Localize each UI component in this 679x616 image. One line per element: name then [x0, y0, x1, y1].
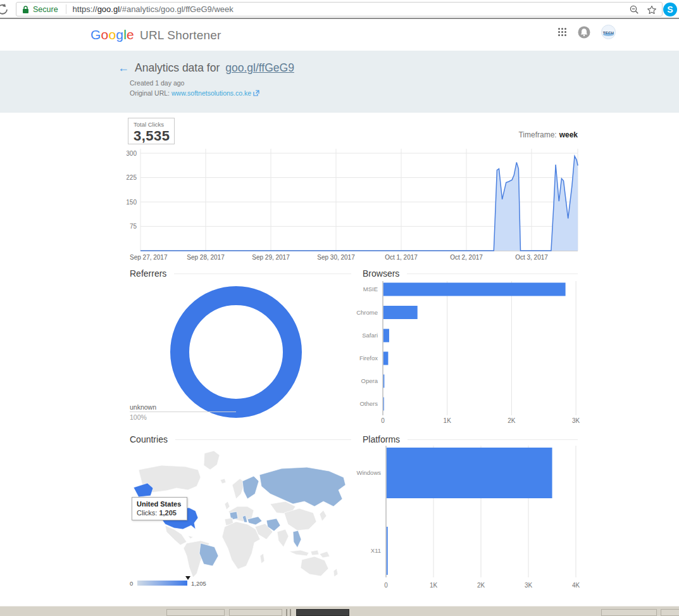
browser-chrome: Secure https://goo.gl/#analytics/goo.gl/… [0, 0, 679, 19]
google-url-shortener-logo: Google URL Shortener [90, 27, 221, 42]
map-brazil [199, 543, 218, 566]
svg-text:Opera: Opera [361, 377, 378, 384]
original-url-row: Original URL: www.softnetsolutions.co.ke [130, 89, 259, 97]
svg-text:Oct 3, 2017: Oct 3, 2017 [515, 254, 548, 261]
taskbar-separator [290, 609, 291, 616]
total-clicks-value: 3,535 [134, 128, 174, 144]
svg-text:MSIE: MSIE [363, 286, 378, 292]
svg-text:75: 75 [130, 223, 137, 230]
svg-text:2K: 2K [508, 417, 516, 424]
url-scheme: https:// [73, 4, 97, 14]
map-legend-min: 0 [130, 580, 133, 587]
taskbar-active-window-button[interactable] [296, 609, 349, 616]
svg-text:0: 0 [384, 582, 388, 589]
referrers-donut-chart [161, 280, 311, 425]
map-vietnam [293, 531, 301, 548]
countries-section-title: Countries [130, 434, 351, 444]
svg-text:2K: 2K [477, 582, 485, 589]
map-russia [259, 467, 346, 506]
reload-icon[interactable] [0, 4, 9, 15]
page-title: ← Analytics data for goo.gl/ffGeG9 [118, 61, 294, 75]
bookmark-star-icon[interactable] [647, 5, 657, 15]
browsers-bar-chart: 01K2K3KMSIEChromeSafariFirefoxOperaOther… [354, 279, 582, 427]
original-url-link[interactable]: www.softnetsolutions.co.ke [171, 89, 251, 97]
svg-text:Sep 29, 2017: Sep 29, 2017 [252, 254, 290, 261]
svg-text:Sep 28, 2017: Sep 28, 2017 [187, 254, 225, 261]
taskbar-window-button[interactable] [166, 609, 225, 616]
notifications-bell-icon[interactable] [578, 26, 590, 39]
referrer-slice-label: unknown [130, 403, 156, 411]
back-arrow-icon[interactable]: ← [118, 61, 129, 75]
original-url-label: Original URL: [130, 89, 170, 97]
url-text[interactable]: https://goo.gl/#analytics/goo.gl/ffGeG9/… [73, 4, 234, 14]
taskbar [0, 606, 679, 616]
svg-text:Others: Others [359, 400, 378, 407]
referrer-leader-line [130, 412, 236, 412]
timeframe-value[interactable]: week [559, 130, 578, 139]
short-url-link[interactable]: goo.gl/ffGeG9 [225, 61, 294, 75]
platforms-bar-chart: 01K2K3K4KWindowsX11 [354, 443, 582, 592]
svg-text:3K: 3K [572, 417, 580, 424]
taskbar-window-button[interactable] [601, 609, 657, 616]
apps-grid-icon[interactable] [558, 27, 567, 37]
title-prefix: Analytics data for [135, 61, 220, 75]
screenshot-root: Secure https://goo.gl/#analytics/goo.gl/… [0, 0, 679, 616]
svg-text:4K: 4K [572, 582, 580, 589]
svg-text:Safari: Safari [362, 332, 378, 339]
map-legend-marker [185, 576, 190, 580]
taskbar-window-button[interactable] [229, 609, 282, 616]
taskbar-window-button[interactable] [661, 609, 679, 616]
tooltip-clicks-value: 1,205 [159, 509, 177, 517]
external-link-icon[interactable] [253, 90, 259, 96]
map-legend-gradient [137, 581, 187, 586]
clicks-timeline-chart: 75150225300Sep 27, 2017Sep 28, 2017Sep 2… [127, 148, 579, 265]
tooltip-clicks-label: Clicks: [137, 509, 157, 517]
tooltip-country: United States [137, 500, 181, 508]
svg-text:225: 225 [127, 174, 137, 181]
zoom-out-icon[interactable] [630, 5, 639, 15]
svg-text:X11: X11 [371, 547, 381, 554]
skype-extension-icon[interactable]: S [663, 3, 677, 16]
url-domain: goo.gl [97, 4, 120, 14]
avatar-swoosh [603, 33, 614, 36]
svg-text:Oct 1, 2017: Oct 1, 2017 [385, 254, 418, 261]
lock-icon[interactable] [22, 5, 29, 14]
product-name: URL Shortener [140, 28, 221, 42]
referrers-section-title: Referrers [130, 268, 351, 279]
address-bar[interactable]: Secure https://goo.gl/#analytics/goo.gl/… [16, 2, 663, 16]
omnibox-divider [66, 4, 66, 14]
total-clicks-card: Total Clicks 3,535 [128, 118, 175, 144]
svg-text:1K: 1K [444, 417, 452, 424]
svg-text:0: 0 [381, 417, 385, 424]
app-header: Google URL Shortener TECH [0, 19, 679, 51]
svg-text:Sep 30, 2017: Sep 30, 2017 [317, 254, 355, 261]
svg-text:Chrome: Chrome [356, 309, 378, 316]
created-text: Created 1 day ago [130, 79, 184, 87]
timeframe: Timeframe:week [502, 130, 578, 139]
map-tooltip: United States Clicks:1,205 [132, 497, 187, 520]
url-path: /#analytics/goo.gl/ffGeG9/week [120, 4, 234, 14]
svg-text:Windows: Windows [356, 469, 381, 476]
analytics-hero: ← Analytics data for goo.gl/ffGeG9 Creat… [0, 51, 679, 113]
timeframe-label: Timeframe: [518, 130, 556, 139]
svg-text:150: 150 [127, 199, 137, 206]
total-clicks-label: Total Clicks [134, 121, 174, 128]
svg-text:3K: 3K [525, 582, 533, 589]
svg-text:1K: 1K [430, 582, 438, 589]
svg-text:Sep 27, 2017: Sep 27, 2017 [130, 254, 168, 261]
map-legend-max: 1,205 [191, 580, 206, 587]
taskbar-separator [286, 609, 287, 616]
referrer-slice-percent: 100% [130, 413, 147, 421]
svg-text:Oct 2, 2017: Oct 2, 2017 [450, 254, 483, 261]
security-label: Secure [33, 5, 58, 14]
map-scandinavia [242, 476, 259, 499]
browsers-section-title: Browsers [363, 268, 578, 279]
account-avatar[interactable]: TECH [601, 25, 616, 39]
svg-text:Firefox: Firefox [359, 355, 378, 361]
svg-text:300: 300 [127, 150, 137, 157]
